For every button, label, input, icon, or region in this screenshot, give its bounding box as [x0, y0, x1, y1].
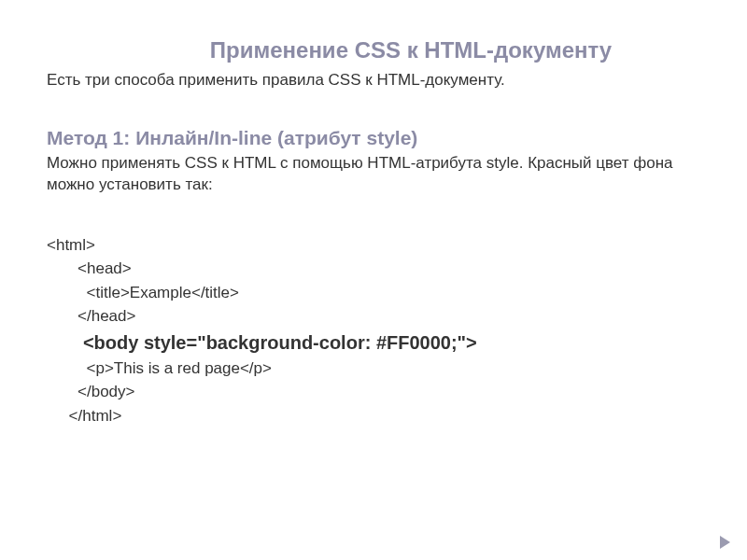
- code-line-2: <head>: [47, 257, 700, 281]
- method-description: Можно применять CSS к HTML с помощью HTM…: [47, 153, 700, 196]
- next-arrow-icon[interactable]: [720, 536, 730, 549]
- method-heading: Метод 1: Инлайн/In-line (атрибут style): [47, 127, 700, 149]
- code-example: <html> <head> <title>Example</title> </h…: [47, 233, 700, 428]
- code-line-8: </html>: [47, 404, 700, 428]
- intro-paragraph: Есть три способа применить правила CSS к…: [47, 71, 700, 90]
- slide-content: Применение CSS к HTML-документу Есть три…: [0, 0, 747, 446]
- code-line-5-bold: <body style="background-color: #FF0000;"…: [47, 329, 700, 357]
- code-line-7: </body>: [47, 380, 700, 404]
- code-line-3: <title>Example</title>: [47, 281, 700, 305]
- code-line-1: <html>: [47, 233, 700, 258]
- page-title: Применение CSS к HTML-документу: [121, 37, 700, 63]
- code-line-4: </head>: [47, 304, 700, 329]
- code-line-6: <p>This is a red page</p>: [47, 357, 700, 381]
